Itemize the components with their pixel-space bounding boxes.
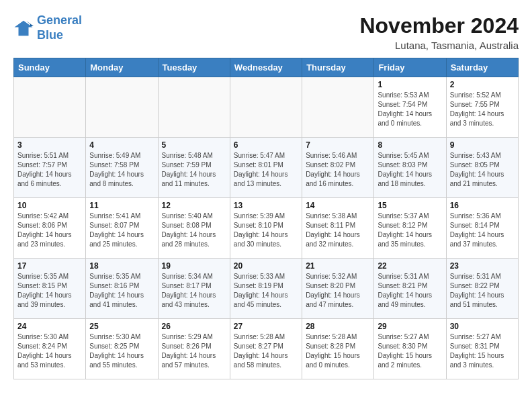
weekday-header: Thursday [302,58,374,77]
day-number: 1 [378,80,442,89]
day-number: 6 [234,140,298,150]
day-number: 23 [450,261,515,271]
calendar-cell: 3Sunrise: 5:51 AM Sunset: 7:57 PM Daylig… [14,138,86,198]
calendar-week-row: 24Sunrise: 5:30 AM Sunset: 8:24 PM Dayli… [14,319,519,379]
logo-text: General Blue [37,13,82,42]
day-number: 27 [234,322,298,331]
calendar-cell: 30Sunrise: 5:27 AM Sunset: 8:31 PM Dayli… [446,319,518,379]
day-info: Sunrise: 5:45 AM Sunset: 8:03 PM Dayligh… [378,151,442,189]
day-info: Sunrise: 5:41 AM Sunset: 8:07 PM Dayligh… [89,212,154,249]
day-info: Sunrise: 5:38 AM Sunset: 8:11 PM Dayligh… [306,212,370,249]
weekday-header: Saturday [446,58,518,77]
day-number: 5 [162,140,226,150]
day-number: 14 [306,201,370,210]
calendar-cell: 24Sunrise: 5:30 AM Sunset: 8:24 PM Dayli… [14,319,86,379]
calendar-cell: 13Sunrise: 5:39 AM Sunset: 8:10 PM Dayli… [230,198,302,259]
weekday-header: Wednesday [230,58,302,77]
day-info: Sunrise: 5:28 AM Sunset: 8:27 PM Dayligh… [234,332,298,370]
day-info: Sunrise: 5:42 AM Sunset: 8:06 PM Dayligh… [17,212,82,249]
calendar-cell: 26Sunrise: 5:29 AM Sunset: 8:26 PM Dayli… [158,319,230,379]
calendar-cell: 27Sunrise: 5:28 AM Sunset: 8:27 PM Dayli… [230,319,302,379]
calendar-week-row: 10Sunrise: 5:42 AM Sunset: 8:06 PM Dayli… [14,198,519,259]
calendar-cell [230,77,302,138]
calendar-header: SundayMondayTuesdayWednesdayThursdayFrid… [14,58,519,77]
calendar-table: SundayMondayTuesdayWednesdayThursdayFrid… [13,58,519,379]
day-number: 22 [378,261,442,271]
day-number: 12 [162,201,226,210]
logo: General Blue [13,13,82,42]
calendar-week-row: 17Sunrise: 5:35 AM Sunset: 8:15 PM Dayli… [14,259,519,319]
day-number: 16 [450,201,515,210]
day-info: Sunrise: 5:28 AM Sunset: 8:28 PM Dayligh… [306,332,370,370]
title-area: November 2024 Lutana, Tasmania, Australi… [359,13,519,51]
calendar-cell: 25Sunrise: 5:30 AM Sunset: 8:25 PM Dayli… [86,319,158,379]
calendar-body: 1Sunrise: 5:53 AM Sunset: 7:54 PM Daylig… [14,77,519,379]
calendar-cell: 15Sunrise: 5:37 AM Sunset: 8:12 PM Dayli… [374,198,446,259]
calendar-cell: 5Sunrise: 5:48 AM Sunset: 7:59 PM Daylig… [158,138,230,198]
weekday-header: Friday [374,58,446,77]
calendar-cell [158,77,230,138]
day-info: Sunrise: 5:53 AM Sunset: 7:54 PM Dayligh… [378,91,442,128]
day-info: Sunrise: 5:40 AM Sunset: 8:08 PM Dayligh… [162,212,226,249]
day-info: Sunrise: 5:31 AM Sunset: 8:21 PM Dayligh… [378,272,442,310]
day-number: 15 [378,201,442,210]
calendar-cell: 19Sunrise: 5:34 AM Sunset: 8:17 PM Dayli… [158,259,230,319]
calendar-cell: 14Sunrise: 5:38 AM Sunset: 8:11 PM Dayli… [302,198,374,259]
logo-line1: General [37,13,82,27]
month-title: November 2024 [359,13,519,38]
calendar-cell: 16Sunrise: 5:36 AM Sunset: 8:14 PM Dayli… [446,198,518,259]
day-info: Sunrise: 5:34 AM Sunset: 8:17 PM Dayligh… [162,272,226,310]
calendar-cell: 2Sunrise: 5:52 AM Sunset: 7:55 PM Daylig… [446,77,518,138]
day-info: Sunrise: 5:32 AM Sunset: 8:20 PM Dayligh… [306,272,370,310]
day-number: 24 [17,322,82,331]
day-number: 18 [89,261,154,271]
calendar-cell: 11Sunrise: 5:41 AM Sunset: 8:07 PM Dayli… [86,198,158,259]
calendar-cell: 12Sunrise: 5:40 AM Sunset: 8:08 PM Dayli… [158,198,230,259]
calendar-cell: 6Sunrise: 5:47 AM Sunset: 8:01 PM Daylig… [230,138,302,198]
calendar-cell: 20Sunrise: 5:33 AM Sunset: 8:19 PM Dayli… [230,259,302,319]
day-info: Sunrise: 5:37 AM Sunset: 8:12 PM Dayligh… [378,212,442,249]
calendar-cell: 8Sunrise: 5:45 AM Sunset: 8:03 PM Daylig… [374,138,446,198]
day-info: Sunrise: 5:30 AM Sunset: 8:24 PM Dayligh… [17,332,82,370]
day-info: Sunrise: 5:49 AM Sunset: 7:58 PM Dayligh… [89,151,154,189]
day-info: Sunrise: 5:35 AM Sunset: 8:16 PM Dayligh… [89,272,154,310]
calendar-cell: 7Sunrise: 5:46 AM Sunset: 8:02 PM Daylig… [302,138,374,198]
day-info: Sunrise: 5:29 AM Sunset: 8:26 PM Dayligh… [162,332,226,370]
calendar-cell: 1Sunrise: 5:53 AM Sunset: 7:54 PM Daylig… [374,77,446,138]
weekday-header: Sunday [14,58,86,77]
day-number: 7 [306,140,370,150]
day-info: Sunrise: 5:46 AM Sunset: 8:02 PM Dayligh… [306,151,370,189]
day-number: 13 [234,201,298,210]
weekday-header: Tuesday [158,58,230,77]
day-number: 9 [450,140,515,150]
day-number: 25 [89,322,154,331]
calendar-cell [86,77,158,138]
calendar-cell: 17Sunrise: 5:35 AM Sunset: 8:15 PM Dayli… [14,259,86,319]
day-info: Sunrise: 5:43 AM Sunset: 8:05 PM Dayligh… [450,151,515,189]
calendar-cell [14,77,86,138]
weekday-row: SundayMondayTuesdayWednesdayThursdayFrid… [14,58,519,77]
calendar-cell: 18Sunrise: 5:35 AM Sunset: 8:16 PM Dayli… [86,259,158,319]
day-number: 19 [162,261,226,271]
day-info: Sunrise: 5:33 AM Sunset: 8:19 PM Dayligh… [234,272,298,310]
day-info: Sunrise: 5:31 AM Sunset: 8:22 PM Dayligh… [450,272,515,310]
calendar-cell: 22Sunrise: 5:31 AM Sunset: 8:21 PM Dayli… [374,259,446,319]
day-number: 17 [17,261,82,271]
day-number: 20 [234,261,298,271]
day-number: 30 [450,322,515,331]
calendar-cell: 23Sunrise: 5:31 AM Sunset: 8:22 PM Dayli… [446,259,518,319]
day-number: 29 [378,322,442,331]
calendar-week-row: 1Sunrise: 5:53 AM Sunset: 7:54 PM Daylig… [14,77,519,138]
day-info: Sunrise: 5:35 AM Sunset: 8:15 PM Dayligh… [17,272,82,310]
logo-icon [13,18,34,38]
logo-line2: Blue [37,28,63,42]
day-info: Sunrise: 5:27 AM Sunset: 8:31 PM Dayligh… [450,332,515,370]
day-number: 10 [17,201,82,210]
calendar-cell: 9Sunrise: 5:43 AM Sunset: 8:05 PM Daylig… [446,138,518,198]
day-number: 4 [89,140,154,150]
calendar-cell: 10Sunrise: 5:42 AM Sunset: 8:06 PM Dayli… [14,198,86,259]
day-info: Sunrise: 5:39 AM Sunset: 8:10 PM Dayligh… [234,212,298,249]
page-header: General Blue November 2024 Lutana, Tasma… [13,13,519,51]
day-number: 8 [378,140,442,150]
day-number: 2 [450,80,515,89]
